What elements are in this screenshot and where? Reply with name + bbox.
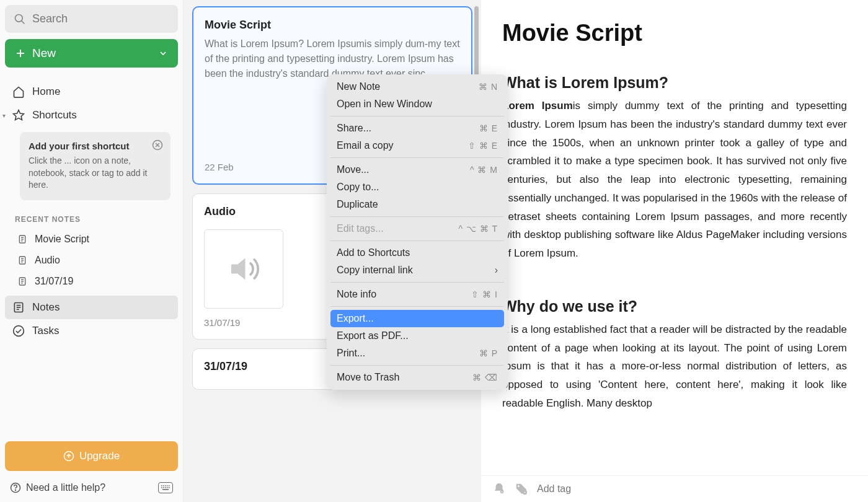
svg-rect-32 [167, 485, 168, 487]
svg-rect-36 [165, 487, 166, 488]
section-heading: What is Lorem Ipsum? [502, 74, 847, 92]
menu-shortcut: ⌘ E [479, 123, 498, 133]
menu-item-label: Add to Shortcuts [337, 247, 410, 258]
menu-item[interactable]: Copy internal link› [327, 262, 508, 279]
tag-input[interactable] [537, 483, 857, 495]
tip-title: Add your first shortcut [29, 141, 162, 151]
upgrade-button[interactable]: Upgrade [5, 441, 178, 471]
search-placeholder: Search [32, 12, 68, 25]
recent-item-date[interactable]: 31/07/19 [5, 271, 178, 292]
note-title: Movie Script [205, 19, 460, 32]
menu-item[interactable]: Duplicate [327, 196, 508, 213]
menu-separator [330, 240, 504, 241]
note-editor[interactable]: Movie Script What is Lorem Ipsum? Lorem … [481, 0, 868, 502]
note-heading: Movie Script [502, 20, 847, 46]
context-menu: New Note⌘ NOpen in New WindowShare...⌘ E… [327, 74, 508, 390]
chevron-right-icon: › [495, 265, 498, 276]
menu-separator [330, 306, 504, 307]
menu-item-label: Move... [337, 164, 369, 175]
reminder-icon[interactable]: + [492, 482, 506, 496]
speaker-icon [225, 250, 262, 288]
sidebar-item-notes[interactable]: Notes [5, 296, 178, 319]
paragraph: It is a long established fact that a rea… [502, 320, 847, 413]
menu-item-label: Email a copy [337, 140, 394, 151]
sidebar-item-shortcuts[interactable]: ▾ Shortcuts [5, 103, 178, 127]
note-icon [17, 255, 27, 265]
svg-text:+: + [501, 490, 503, 493]
home-icon [12, 86, 25, 98]
paragraph: Lorem Ipsumis simply dummy text of the p… [502, 97, 847, 263]
tip-body: Click the ... icon on a note, notebook, … [29, 155, 162, 192]
recent-item-audio[interactable]: Audio [5, 250, 178, 271]
notes-icon [12, 301, 25, 314]
svg-rect-38 [169, 487, 170, 488]
svg-point-28 [16, 490, 16, 490]
menu-item: Edit tags...^ ⌥ ⌘ T [327, 220, 508, 237]
tag-bar: + + [481, 475, 868, 502]
recent-item-movie-script[interactable]: Movie Script [5, 229, 178, 250]
svg-rect-34 [161, 487, 162, 488]
menu-item[interactable]: Share...⌘ E [327, 120, 508, 137]
audio-thumbnail [204, 229, 283, 309]
help-icon [10, 482, 21, 493]
menu-item[interactable]: Note info⇧ ⌘ I [327, 286, 508, 303]
menu-item[interactable]: Move...^ ⌘ M [327, 161, 508, 178]
sidebar-item-home[interactable]: Home [5, 80, 178, 103]
keyboard-icon[interactable] [158, 482, 173, 493]
menu-item-label: Open in New Window [337, 99, 432, 110]
help-label: Need a little help? [26, 482, 105, 493]
tasks-icon [12, 325, 25, 337]
search-input[interactable]: Search [5, 5, 178, 33]
svg-point-24 [14, 325, 24, 336]
menu-item-label: New Note [337, 81, 380, 92]
recent-item-label: Audio [35, 255, 60, 266]
svg-rect-35 [163, 487, 164, 488]
sidebar-item-tasks[interactable]: Tasks [5, 319, 178, 343]
menu-item[interactable]: New Note⌘ N [327, 78, 508, 95]
star-icon [12, 109, 25, 121]
menu-item-label: Copy internal link [337, 265, 413, 276]
help-link[interactable]: Need a little help? [10, 482, 105, 493]
svg-rect-29 [161, 485, 162, 487]
menu-separator [330, 157, 504, 158]
menu-item-label: Export... [337, 313, 374, 324]
svg-marker-40 [231, 258, 246, 280]
svg-point-43 [518, 485, 520, 487]
new-button[interactable]: New [5, 39, 178, 68]
menu-item-label: Print... [337, 348, 365, 359]
menu-item[interactable]: Move to Trash⌘ ⌫ [327, 369, 508, 386]
menu-item-label: Export as PDF... [337, 330, 409, 341]
close-icon[interactable] [152, 139, 163, 153]
chevron-down-icon[interactable] [158, 48, 168, 58]
menu-item-label: Edit tags... [337, 223, 384, 234]
menu-shortcut: ⌘ P [479, 348, 498, 358]
bold-text: Lorem Ipsum [502, 100, 573, 112]
section-heading: Why do we use it? [502, 297, 847, 315]
menu-item-label: Note info [337, 289, 376, 300]
upgrade-icon [63, 451, 74, 462]
menu-item[interactable]: Copy to... [327, 178, 508, 196]
menu-item[interactable]: Print...⌘ P [327, 345, 508, 362]
menu-shortcut: ^ ⌥ ⌘ T [458, 224, 498, 234]
menu-item[interactable]: Export as PDF... [327, 327, 508, 345]
note-icon [17, 276, 27, 286]
tag-add-icon[interactable]: + [515, 482, 528, 496]
notes-label: Notes [32, 301, 60, 314]
chevron-down-icon[interactable]: ▾ [2, 112, 6, 119]
svg-rect-39 [162, 489, 169, 490]
menu-shortcut: ⌘ N [479, 82, 498, 92]
upgrade-label: Upgrade [79, 450, 120, 462]
menu-item[interactable]: Add to Shortcuts [327, 244, 508, 262]
menu-item[interactable]: Export... [330, 310, 504, 327]
svg-line-1 [22, 20, 25, 24]
menu-separator [330, 365, 504, 366]
menu-shortcut: ⇧ ⌘ E [468, 141, 498, 151]
menu-separator [330, 282, 504, 283]
svg-text:+: + [524, 490, 526, 494]
menu-separator [330, 116, 504, 117]
menu-separator [330, 216, 504, 217]
menu-item[interactable]: Email a copy⇧ ⌘ E [327, 137, 508, 154]
menu-item[interactable]: Open in New Window [327, 95, 508, 113]
menu-item-label: Share... [337, 123, 371, 134]
note-icon [17, 234, 27, 244]
